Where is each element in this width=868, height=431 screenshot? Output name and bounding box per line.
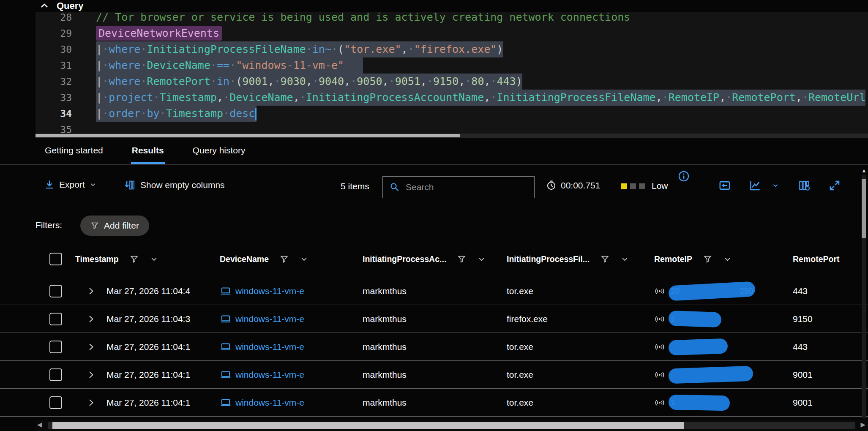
column-header-label: RemotePort — [793, 254, 840, 264]
code-line-29[interactable]: 29DeviceNetworkEvents — [35, 25, 868, 41]
device-icon — [220, 369, 231, 380]
tabs-divider — [0, 164, 868, 165]
search-box[interactable] — [382, 176, 535, 198]
ip-redaction-scribble — [668, 338, 728, 355]
remote-ip-icon — [654, 397, 665, 408]
device-name-link[interactable]: windows-11-vm-e — [235, 370, 304, 380]
scroll-right-arrow[interactable]: ▶ — [860, 421, 865, 428]
add-filter-button[interactable]: Add filter — [80, 216, 149, 236]
code-line-34[interactable]: 34|·order·by·Timestamp·desc — [35, 106, 868, 122]
export-button[interactable]: Export — [44, 179, 97, 190]
info-icon[interactable] — [678, 170, 690, 182]
expand-view-icon[interactable] — [828, 179, 841, 192]
column-header-timestamp[interactable]: Timestamp — [75, 254, 158, 264]
expand-row-icon[interactable] — [86, 314, 96, 324]
tab-getting-started[interactable]: Getting started — [44, 143, 104, 164]
open-in-editor-icon[interactable] — [718, 179, 731, 192]
text-cursor — [255, 108, 257, 120]
ip-redaction-scribble — [668, 310, 721, 327]
column-header-remoteip[interactable]: RemoteIP — [654, 254, 732, 264]
row-checkbox[interactable] — [49, 368, 62, 381]
query-duration: 00:00.751 — [546, 180, 600, 191]
editor-scrollbar-thumb[interactable] — [35, 134, 460, 137]
column-header-devicename[interactable]: DeviceName — [220, 254, 308, 264]
filter-funnel-icon[interactable] — [703, 255, 712, 264]
items-count: 5 items — [341, 181, 369, 191]
line-text: DeviceNetworkEvents — [96, 25, 222, 41]
expand-row-icon[interactable] — [86, 286, 96, 296]
resource-usage-indicator — [621, 183, 645, 189]
cell-account-name: markmthus — [363, 277, 407, 305]
device-name-link[interactable]: windows-11-vm-e — [235, 314, 304, 324]
chevron-down-icon[interactable] — [723, 255, 732, 264]
table-header-row: TimestampDeviceNameInitiatingProcessAc..… — [0, 249, 868, 276]
chart-view-chevron-icon[interactable] — [772, 182, 779, 189]
search-input[interactable] — [406, 182, 527, 192]
expand-row-icon[interactable] — [86, 398, 96, 408]
customize-columns-icon[interactable] — [798, 179, 811, 192]
cell-remote-port: 9001 — [793, 389, 813, 416]
row-checkbox[interactable] — [49, 396, 62, 409]
select-all-checkbox[interactable] — [49, 253, 62, 265]
chevron-down-icon[interactable] — [150, 255, 158, 264]
cell-device-name[interactable]: windows-11-vm-e — [220, 361, 304, 388]
row-checkbox[interactable] — [49, 285, 62, 297]
column-header-label: InitiatingProcessFil... — [507, 254, 590, 264]
filter-funnel-icon[interactable] — [457, 255, 466, 264]
scroll-up-arrow[interactable]: ▲ — [861, 167, 867, 174]
results-tab-bar: Getting startedResultsQuery history — [44, 143, 246, 164]
line-text: |·order·by·Timestamp·desc — [96, 106, 257, 122]
bottom-horizontal-scrollbar[interactable]: ◀ ▶ — [35, 420, 868, 431]
table-row: Mar 27, 2026 11:04:1windows-11-vm-emarkm… — [0, 388, 868, 416]
vertical-scrollbar[interactable]: ▲ — [861, 167, 866, 418]
show-empty-columns-icon — [123, 179, 135, 191]
editor-horizontal-scrollbar[interactable] — [35, 134, 868, 138]
tab-results[interactable]: Results — [131, 143, 165, 164]
chevron-down-icon[interactable] — [300, 255, 308, 264]
device-name-link[interactable]: windows-11-vm-e — [235, 286, 304, 296]
show-empty-columns-button[interactable]: Show empty columns — [123, 179, 225, 191]
column-header-initiatingprocessfil[interactable]: InitiatingProcessFil... — [507, 254, 629, 264]
query-panel-title: Query — [57, 0, 84, 11]
cell-process-file-name: tor.exe — [507, 361, 533, 388]
device-name-link[interactable]: windows-11-vm-e — [235, 398, 304, 408]
filter-funnel-icon[interactable] — [280, 255, 289, 264]
cell-process-file-name: tor.exe — [507, 277, 533, 305]
cell-device-name[interactable]: windows-11-vm-e — [220, 389, 304, 416]
row-checkbox[interactable] — [49, 341, 62, 353]
code-line-35[interactable]: 35 — [35, 122, 868, 134]
query-panel-header: Query — [0, 0, 868, 12]
collapse-query-button[interactable]: Query — [38, 0, 84, 11]
expand-row-icon[interactable] — [86, 342, 96, 352]
table-row: Mar 27, 2026 11:04:4windows-11-vm-emarkm… — [0, 277, 868, 305]
cell-account-name: markmthus — [363, 389, 407, 416]
table-row: Mar 27, 2026 11:04:1windows-11-vm-emarkm… — [0, 333, 868, 360]
row-checkbox[interactable] — [49, 313, 62, 325]
column-header-remoteport[interactable]: RemotePort — [793, 254, 840, 264]
cell-device-name[interactable]: windows-11-vm-e — [220, 333, 304, 360]
device-name-link[interactable]: windows-11-vm-e — [235, 342, 304, 352]
code-line-30[interactable]: 30|·where·InitiatingProcessFileName·in~·… — [35, 41, 868, 57]
scroll-left-arrow[interactable]: ◀ — [37, 421, 42, 428]
line-number: 30 — [35, 41, 72, 57]
cell-timestamp: Mar 27, 2026 11:04:1 — [106, 333, 220, 360]
code-line-31[interactable]: 31|·where·DeviceName·==·"windows-11-vm-e… — [35, 57, 868, 74]
tab-query-history[interactable]: Query history — [192, 143, 246, 164]
filter-funnel-icon — [90, 221, 99, 230]
filter-funnel-icon[interactable] — [601, 255, 609, 264]
chart-view-icon[interactable] — [749, 179, 762, 192]
cell-device-name[interactable]: windows-11-vm-e — [220, 305, 304, 333]
scrollbar-thumb[interactable] — [52, 422, 684, 429]
query-editor[interactable]: 28// Tor browser or service is being use… — [35, 0, 868, 134]
vertical-scrollbar-thumb[interactable] — [862, 179, 866, 238]
code-line-32[interactable]: 32|·where·RemotePort·in·(9001,·9030,·904… — [35, 74, 868, 90]
line-text: |·where·DeviceName·==·"windows-11-vm-e" — [96, 57, 363, 74]
code-line-33[interactable]: 33|·project·Timestamp,·DeviceName,·Initi… — [35, 90, 868, 106]
cell-device-name[interactable]: windows-11-vm-e — [220, 277, 304, 305]
column-header-initiatingprocessac[interactable]: InitiatingProcessAc... — [363, 254, 486, 264]
ip-redaction-scribble — [669, 394, 730, 411]
chevron-down-icon[interactable] — [620, 255, 629, 264]
expand-row-icon[interactable] — [86, 370, 96, 380]
filter-funnel-icon[interactable] — [130, 255, 139, 264]
chevron-down-icon[interactable] — [477, 255, 486, 264]
